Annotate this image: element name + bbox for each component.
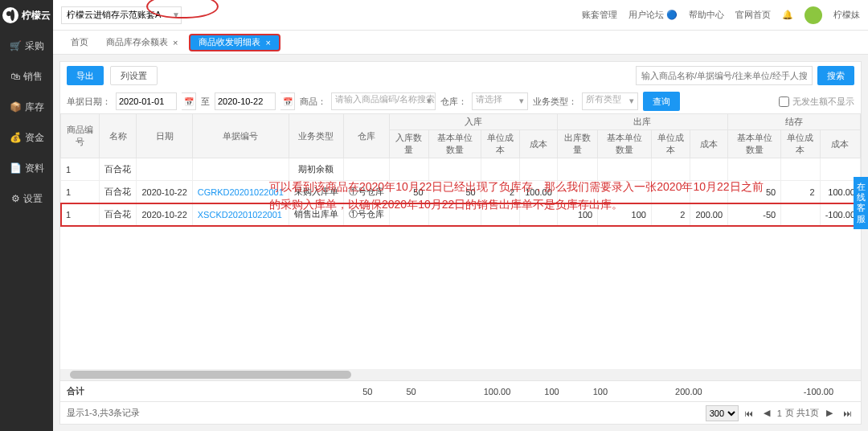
username[interactable]: 柠檬妹 — [833, 9, 860, 21]
warehouse-label: 仓库： — [440, 96, 467, 108]
th-doc: 单据编号 — [192, 114, 289, 158]
gear-icon: ⚙ — [11, 193, 20, 204]
topbar: ▼ 账套管理 用户论坛 🔵 帮助中心 官网首页 🔔 柠檬妹 — [53, 0, 868, 31]
page-sep: 页 共1页 — [785, 407, 819, 419]
cart-icon: 🛒 — [10, 40, 22, 51]
link-account-mgmt[interactable]: 账套管理 — [582, 9, 617, 21]
th-stock-group: 结存 — [728, 114, 861, 130]
doc-icon: 📄 — [10, 162, 22, 174]
close-icon[interactable]: × — [173, 38, 178, 47]
biztype-select[interactable]: 所有类型 — [582, 92, 638, 110]
date-label: 单据日期： — [67, 96, 111, 108]
sidebar-item-profile[interactable]: 📄资料 — [0, 153, 53, 183]
money-icon: 💰 — [10, 132, 22, 143]
annotation-text: 可以看到该商品在2020年10月22日已经出现了负库存，那么我们需要录入一张20… — [269, 178, 768, 214]
th-biz: 业务类型 — [289, 114, 343, 158]
th-wh: 仓库 — [343, 114, 389, 158]
brand-icon — [2, 7, 18, 23]
new-icon: 🔵 — [666, 10, 678, 19]
product-select[interactable]: 请输入商品编码/名称搜索 — [331, 92, 436, 110]
link-help[interactable]: 帮助中心 — [689, 9, 724, 21]
chevron-down-icon[interactable]: ▼ — [172, 10, 180, 19]
toolbar: 导出 列设置 搜索 — [60, 62, 861, 89]
next-page-icon[interactable]: ▶ — [822, 406, 837, 421]
bag-icon: 🛍 — [10, 71, 20, 82]
hide-empty-label: 无发生额不显示 — [792, 96, 854, 108]
tab-stock-detail[interactable]: 商品收发明细表× — [189, 34, 280, 51]
th-in-group: 入库 — [389, 114, 557, 130]
sidebar: 柠檬云 🛒采购 🛍销售 📦库存 💰资金 📄资料 ⚙设置 — [0, 0, 53, 431]
sidebar-item-purchase[interactable]: 🛒采购 — [0, 31, 53, 61]
panel: 导出 列设置 搜索 单据日期： 📅 至 📅 商品： 请输入商品编码/名称搜索 仓… — [59, 61, 862, 425]
th-date: 日期 — [137, 114, 192, 158]
close-icon[interactable]: × — [265, 38, 270, 47]
last-page-icon[interactable]: ⏭ — [840, 406, 854, 421]
filter-bar: 单据日期： 📅 至 📅 商品： 请输入商品编码/名称搜索 仓库： 请选择 业务类… — [60, 89, 861, 113]
sidebar-item-settings[interactable]: ⚙设置 — [0, 183, 53, 214]
pager-info: 显示1-3,共3条记录 — [67, 407, 140, 419]
th-product-no: 商品编号 — [61, 114, 100, 158]
online-help-float[interactable]: 在线客服 — [854, 177, 868, 229]
date-from[interactable] — [116, 92, 177, 110]
top-links: 账套管理 用户论坛 🔵 帮助中心 官网首页 🔔 柠檬妹 — [582, 6, 860, 24]
product-label: 商品： — [300, 96, 326, 108]
tab-home[interactable]: 首页 — [64, 34, 95, 51]
table-wrap: 商品编号 名称 日期 单据编号 业务类型 仓库 入库 出库 结存 — [60, 113, 861, 369]
biztype-label: 业务类型： — [533, 96, 577, 108]
account-selector: ▼ — [61, 6, 180, 24]
account-input[interactable] — [61, 6, 182, 24]
hide-empty-checkbox[interactable] — [779, 96, 789, 107]
th-name: 名称 — [100, 114, 137, 158]
tab-stock-balance[interactable]: 商品库存余额表× — [100, 34, 184, 51]
pager: 显示1-3,共3条记录 300 ⏮ ◀ 1 页 共1页 ▶ ⏭ — [60, 401, 861, 424]
sum-row: 合计 50 50 100.00 100 100 200.00 -100.00 — [60, 380, 861, 401]
bell-icon[interactable]: 🔔 — [782, 10, 793, 20]
link-forum[interactable]: 用户论坛 🔵 — [628, 9, 678, 21]
warehouse-select[interactable]: 请选择 — [472, 92, 528, 110]
brand: 柠檬云 — [0, 0, 53, 31]
avatar[interactable] — [805, 6, 822, 24]
search-button[interactable]: 搜索 — [817, 66, 854, 85]
page-number: 1 — [777, 408, 782, 418]
brand-text: 柠檬云 — [22, 9, 51, 23]
first-page-icon[interactable]: ⏮ — [742, 406, 756, 421]
search-input[interactable] — [636, 66, 813, 85]
page-size-select[interactable]: 300 — [706, 405, 739, 421]
calendar-icon[interactable]: 📅 — [280, 92, 295, 110]
th-out-group: 出库 — [557, 114, 727, 130]
box-icon: 📦 — [10, 101, 22, 113]
horizontal-scrollbar[interactable] — [60, 369, 861, 380]
export-button[interactable]: 导出 — [67, 66, 104, 85]
column-settings-button[interactable]: 列设置 — [110, 66, 158, 85]
sidebar-item-fund[interactable]: 💰资金 — [0, 122, 53, 153]
link-home[interactable]: 官网首页 — [735, 9, 771, 21]
query-button[interactable]: 查询 — [643, 92, 680, 111]
date-to[interactable] — [215, 92, 276, 110]
prev-page-icon[interactable]: ◀ — [760, 406, 774, 421]
scrollbar-thumb[interactable] — [70, 371, 351, 379]
sidebar-item-sales[interactable]: 🛍销售 — [0, 61, 53, 92]
calendar-icon[interactable]: 📅 — [182, 92, 196, 110]
sidebar-item-inventory[interactable]: 📦库存 — [0, 92, 53, 122]
tabbar: 首页 商品库存余额表× 商品收发明细表× — [53, 31, 868, 55]
